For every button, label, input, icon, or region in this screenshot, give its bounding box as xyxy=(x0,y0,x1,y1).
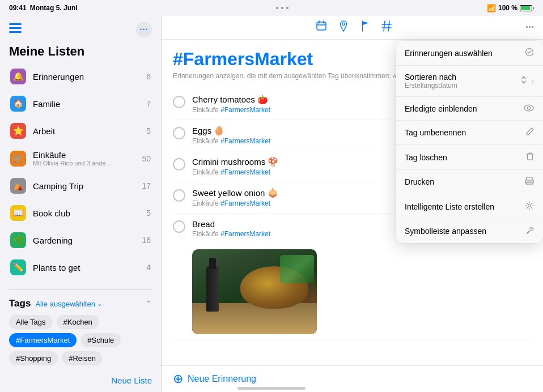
calendar-icon[interactable] xyxy=(316,20,327,35)
tag-chip-reisen[interactable]: #Reisen xyxy=(62,351,103,365)
context-menu-item-print[interactable]: Drucken xyxy=(396,170,543,194)
context-menu-item-smart[interactable]: Intelligente Liste erstellen xyxy=(396,194,543,219)
date: Montag 5. Juni xyxy=(30,4,78,12)
sidebar-header: ··· xyxy=(0,16,161,42)
list-subtitle-einkaufe: Mit Olivia Rico und 3 ande... xyxy=(33,160,142,167)
list-count-plants: 4 xyxy=(146,263,151,272)
context-menu-item-rename[interactable]: Tag umbenennen xyxy=(396,121,543,145)
list-name-gardening: Gardening xyxy=(33,236,142,245)
hashtag-icon[interactable] xyxy=(381,20,392,35)
list-count-einkaufe: 50 xyxy=(142,154,151,163)
tag-chip-farmersmarket[interactable]: #FarmersMarket xyxy=(9,333,77,347)
neue-erinnerung-bar: ⊕ Neue Erinnerung xyxy=(162,365,543,392)
list-name-erinnerungen: Erinnerungen xyxy=(33,72,146,82)
battery-percent: 100 % xyxy=(498,4,517,12)
context-menu-label-erledigte: Erledigte einblenden xyxy=(405,104,477,113)
eye-icon xyxy=(524,104,534,113)
context-menu-item-select[interactable]: Erinnerungen auswählen xyxy=(396,41,543,66)
svg-rect-2 xyxy=(9,31,22,33)
list-icon-arbeit: ⭐ xyxy=(10,123,26,139)
list-item-einkaufe[interactable]: 🛒 Einkäufe Mit Olivia Rico und 3 ande...… xyxy=(5,145,156,172)
list-item-gardening[interactable]: 🌿 Gardening 16 xyxy=(5,227,156,253)
svg-rect-3 xyxy=(317,22,326,30)
context-menu: Erinnerungen auswählen Sortieren nach Er… xyxy=(396,41,543,243)
sidebar-more-icon[interactable]: ··· xyxy=(136,22,152,37)
tag-chip-alle[interactable]: Alle Tags xyxy=(9,315,53,329)
sort-chevron-icon: › xyxy=(531,76,534,86)
flag-icon[interactable] xyxy=(360,20,370,35)
svg-point-14 xyxy=(528,106,531,109)
svg-point-7 xyxy=(342,23,345,25)
neue-liste-row: Neue Liste xyxy=(0,370,161,392)
dot1 xyxy=(276,7,278,9)
list-icon-familie: 🏠 xyxy=(10,96,26,112)
tag-chip-kochen[interactable]: #Kochen xyxy=(57,315,99,329)
context-menu-item-erledigte[interactable]: Erledigte einblenden xyxy=(396,97,543,121)
list-name-arbeit: Arbeit xyxy=(33,126,146,136)
neue-liste-button[interactable]: Neue Liste xyxy=(111,376,152,385)
svg-point-13 xyxy=(526,49,533,56)
reminder-checkbox-cherry[interactable] xyxy=(173,96,185,108)
list-item-camping[interactable]: ⛺ Camping Trip 17 xyxy=(5,173,156,199)
context-menu-item-delete[interactable]: Tag löschen xyxy=(396,145,543,170)
context-menu-item-sort[interactable]: Sortieren nach Erstellungsdatum › xyxy=(396,66,543,97)
main-content: ··· #FarmersMarket Erinnerungen anzeigen… xyxy=(162,16,543,392)
context-menu-label-delete: Tag löschen xyxy=(405,153,447,162)
list-count-bookclub: 5 xyxy=(146,208,151,218)
sidebar-title: Meine Listen xyxy=(0,42,161,63)
location-icon[interactable] xyxy=(338,20,349,35)
sort-group: Sortieren nach Erstellungsdatum xyxy=(405,73,457,90)
sidebar-list: 🔔 Erinnerungen 6 🏠 Familie 7 ⭐ Arbeit 5 … xyxy=(0,63,161,287)
list-count-gardening: 16 xyxy=(142,236,151,245)
neue-erinnerung-button[interactable]: ⊕ Neue Erinnerung xyxy=(173,373,256,385)
tag-chip-schule[interactable]: #Schule xyxy=(80,333,121,347)
context-menu-label-customize: Symbolleiste anpassen xyxy=(405,227,486,236)
reminder-checkbox-bread[interactable] xyxy=(173,220,185,233)
wrench-icon xyxy=(525,226,534,236)
gear-icon xyxy=(525,201,534,212)
context-menu-label-sort: Sortieren nach xyxy=(405,73,457,82)
pencil-icon xyxy=(525,127,534,138)
reminder-checkbox-onion[interactable] xyxy=(173,189,185,202)
status-bar: 09:41 Montag 5. Juni 📶 100 % xyxy=(0,0,543,16)
svg-rect-1 xyxy=(9,27,22,29)
sort-right: › xyxy=(520,75,534,87)
list-icon-camping: ⛺ xyxy=(10,178,26,194)
reminder-checkbox-mushrooms[interactable] xyxy=(173,158,185,171)
plus-icon: ⊕ xyxy=(173,373,183,385)
list-name-familie: Familie xyxy=(33,99,146,109)
list-item-plants[interactable]: ✏️ Plants to get 4 xyxy=(5,254,156,280)
list-icon-einkaufe: 🛒 xyxy=(10,151,26,167)
trash-icon xyxy=(526,152,534,163)
reminder-checkbox-eggs[interactable] xyxy=(173,127,185,139)
time: 09:41 xyxy=(9,4,27,12)
list-item-arbeit[interactable]: ⭐ Arbeit 5 xyxy=(5,118,156,144)
neue-erinnerung-label: Neue Erinnerung xyxy=(188,374,256,384)
tags-section: Tags Alle ausgewählten ⌄ ⌃ Alle Tags #Ko… xyxy=(0,292,161,370)
toolbar-more-icon[interactable]: ··· xyxy=(525,22,534,33)
dot2 xyxy=(281,7,283,9)
list-name-plants: Plants to get xyxy=(33,263,146,272)
list-icon-erinnerungen: 🔔 xyxy=(10,69,26,84)
tags-collapse-icon[interactable]: ⌃ xyxy=(145,299,152,308)
tags-title: Tags xyxy=(9,298,31,309)
context-menu-item-customize[interactable]: Symbolleiste anpassen xyxy=(396,219,543,243)
printer-icon xyxy=(525,177,534,187)
status-bar-left: 09:41 Montag 5. Juni xyxy=(9,4,78,12)
status-bar-right: 📶 100 % xyxy=(487,4,534,12)
list-item-familie[interactable]: 🏠 Familie 7 xyxy=(5,91,156,117)
tag-chips: Alle Tags #Kochen #FarmersMarket #Schule… xyxy=(9,315,152,365)
context-menu-label-smart: Intelligente Liste erstellen xyxy=(405,202,494,211)
bread-image xyxy=(192,249,317,334)
list-icon-gardening: 🌿 xyxy=(10,232,26,248)
svg-rect-15 xyxy=(527,177,532,180)
sidebar-toggle-icon[interactable] xyxy=(9,23,22,36)
tag-chip-shopping[interactable]: #Shopping xyxy=(9,351,58,365)
context-menu-label-rename: Tag umbenennen xyxy=(405,128,466,137)
list-item-bookclub[interactable]: 📖 Book club 5 xyxy=(5,200,156,226)
list-count-familie: 7 xyxy=(146,99,151,108)
tags-filter[interactable]: Alle ausgewählten ⌄ xyxy=(35,300,102,308)
list-item-erinnerungen[interactable]: 🔔 Erinnerungen 6 xyxy=(5,63,156,90)
list-name-camping: Camping Trip xyxy=(33,181,142,191)
list-count-camping: 17 xyxy=(142,181,151,190)
